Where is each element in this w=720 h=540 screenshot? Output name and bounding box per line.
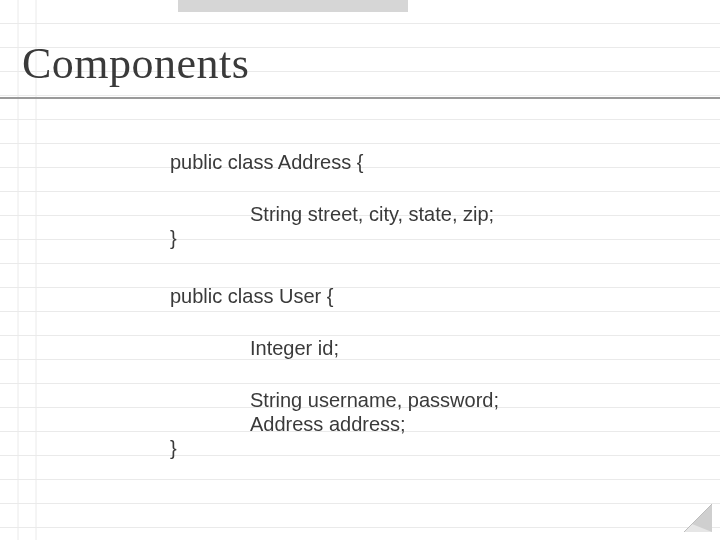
top-accent-bar [178,0,408,12]
code-line: String username, password; [170,388,690,412]
code-line: public class User { [170,284,690,308]
code-line: public class Address { [170,150,690,174]
code-line: Integer id; [170,336,690,360]
code-line: String street, city, state, zip; [170,202,690,226]
code-block: public class Address { String street, ci… [170,150,690,460]
code-line: } [170,436,690,460]
page-curl-icon [684,504,712,532]
code-line: } [170,226,690,250]
code-line: Address address; [170,412,690,436]
slide-title: Components [22,38,249,89]
